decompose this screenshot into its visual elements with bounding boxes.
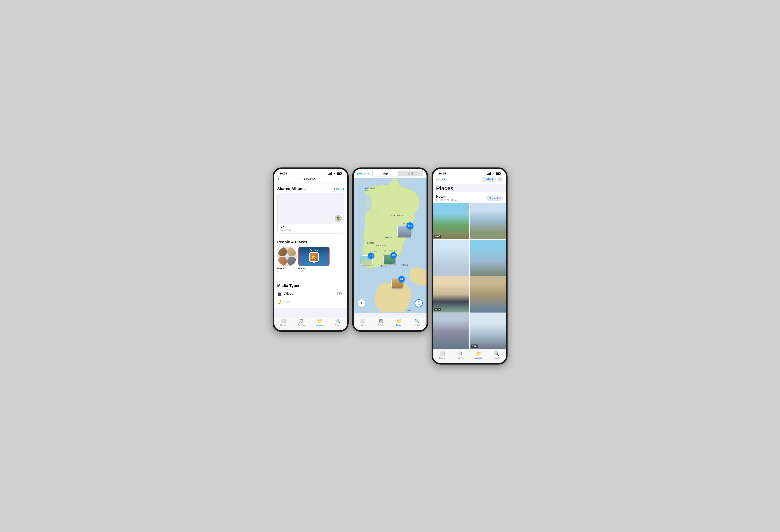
back-chevron-icon-3: ‹: [436, 177, 438, 182]
tab-search-1[interactable]: 🔍 Search: [329, 319, 347, 326]
tab-albums-1[interactable]: 📁 Albums: [311, 319, 329, 326]
places-label: Places: [298, 267, 306, 270]
photo-3[interactable]: [433, 240, 469, 276]
people-tile-wrapper[interactable]: People 4: [277, 247, 297, 273]
wifi-icon-1: ▲: [333, 172, 336, 175]
select-button[interactable]: Select: [482, 177, 496, 182]
label-paris: • Paris: [371, 250, 377, 252]
tab-bar-1: ⬜ Library 🖼 For You 📁 Albums 🔍 Search: [274, 317, 347, 330]
library-label-3: Library: [439, 357, 445, 359]
shared-album-leo[interactable]: 🧑‍🎨 Leo From You: [277, 193, 344, 234]
back-to-albums[interactable]: ‹ Albums: [357, 172, 370, 176]
photo-8[interactable]: 0:16: [470, 313, 506, 349]
foryou-icon-2: 🖼: [379, 319, 383, 324]
location-button[interactable]: ⬆: [357, 299, 365, 307]
label-brussels: • Brussels: [376, 244, 386, 247]
legal-text[interactable]: Legal: [406, 309, 411, 311]
info-button[interactable]: ⓘ: [415, 299, 423, 307]
places-tile[interactable]: Odesa 👶: [298, 247, 330, 266]
people-tile[interactable]: [277, 247, 297, 266]
places-map-bg: Odesa 👶: [299, 247, 329, 266]
albums-content: Shared Albums See All 🧑‍🎨 Leo From You: [274, 184, 347, 317]
search-icon-3: 🔍: [494, 351, 499, 356]
search-label-1: Search: [335, 324, 341, 326]
cluster-169-highlighted[interactable]: 169: [383, 254, 396, 265]
label-stockholm: • Stockholm: [391, 214, 403, 216]
tab-library-3[interactable]: ⬜ Library: [433, 351, 451, 359]
signal-icon-3: [487, 172, 491, 175]
tab-albums-2[interactable]: 📁 Albums: [390, 319, 408, 326]
back-button[interactable]: ‹ Back: [436, 177, 446, 182]
photo-6[interactable]: [470, 276, 506, 312]
library-label-2: Library: [360, 324, 366, 326]
screenshots-container: 16:54 ▲ + Albums Shared Albums: [273, 167, 507, 365]
tab-search-3[interactable]: 🔍 Search: [488, 351, 506, 359]
videos-icon: 🎬: [277, 292, 282, 296]
photo-5[interactable]: 0:33: [433, 276, 469, 312]
photo-4[interactable]: [470, 240, 506, 276]
kotor-subtitle: 25 Jul 2021 · Kotor: [436, 199, 457, 201]
media-types-title: Media Types: [277, 284, 300, 288]
shared-albums-see-all[interactable]: See All: [334, 187, 344, 191]
selfies-name: Selfie...: [284, 300, 344, 304]
cluster-130[interactable]: 130: [391, 279, 403, 288]
library-label: Library: [280, 324, 286, 326]
places-tile-wrapper[interactable]: Odesa 👶 Places 1 382: [298, 247, 330, 273]
ellipsis-button[interactable]: •••: [497, 177, 503, 182]
phone-3-places: 16:55 ▲ ‹ Back Select •••: [432, 167, 507, 365]
nav-bar-places: ‹ Back Select •••: [433, 176, 506, 184]
cluster-902[interactable]: 902: [397, 225, 412, 237]
show-all-button[interactable]: Show All: [486, 195, 503, 201]
photo-1[interactable]: 0:07: [433, 203, 469, 239]
places-title: Places: [433, 184, 506, 192]
status-bar-1: 16:54 ▲: [274, 169, 347, 176]
tab-library-2[interactable]: ⬜ Library: [354, 319, 372, 326]
photo-7[interactable]: [433, 313, 469, 349]
label-london: • London: [366, 242, 375, 244]
kotor-title[interactable]: Kotor ›: [436, 195, 457, 199]
badge-169: 169: [390, 252, 397, 258]
foryou-icon-3: 🖼: [458, 351, 462, 356]
tab-bar-3: ⬜ Library 🖼 For You 📁 Albums 🔍 Search: [433, 349, 506, 363]
people-places-header: People & Places: [274, 237, 347, 246]
search-icon-1: 🔍: [335, 319, 340, 324]
tab-foryou-2[interactable]: 🖼 For You: [372, 319, 390, 326]
badge-181: 181: [368, 252, 374, 259]
label-istanbul: • Istanbul: [399, 264, 408, 266]
videos-row[interactable]: 🎬 Videos 330 ›: [274, 290, 347, 298]
selfies-row[interactable]: 🤳 Selfie...: [274, 298, 347, 306]
face-3: [278, 257, 287, 266]
battery-icon-3: [496, 172, 500, 175]
chevron-right-icon: ›: [343, 292, 344, 295]
foryou-label-3: For You: [457, 357, 464, 359]
tab-search-2[interactable]: 🔍 Search: [408, 319, 427, 326]
tab-foryou-3[interactable]: 🖼 For You: [451, 351, 470, 359]
map-toggle-grid[interactable]: Grid: [398, 171, 423, 176]
kotor-section: Kotor › 25 Jul 2021 · Kotor Show All 0:0…: [433, 192, 506, 349]
map-pin: 👶: [309, 252, 319, 262]
photo-2[interactable]: [470, 203, 506, 239]
map-content: NorwegianSea • Stockholm • Moscow • Lond…: [354, 176, 427, 317]
tab-library-1[interactable]: ⬜ Library: [274, 319, 293, 326]
cluster-181[interactable]: 181: [361, 255, 373, 265]
people-places-section: People & Places People 4: [274, 237, 347, 276]
battery-icon-1: [337, 172, 342, 175]
tab-foryou-1[interactable]: 🖼 For You: [292, 319, 311, 326]
map-grid-toggle: Map Grid: [372, 171, 424, 177]
videos-count: 330: [337, 292, 342, 295]
shared-album-info: Leo From You: [278, 224, 344, 234]
albums-label-2: Albums: [396, 324, 402, 326]
foryou-label-2: For You: [378, 324, 384, 326]
photos-grid: 0:07 0:33 0:1: [433, 203, 506, 349]
albums-icon-2: 📁: [396, 319, 402, 324]
nav-bar-albums: + Albums: [274, 176, 347, 184]
label-norwegian-sea: NorwegianSea: [364, 187, 375, 191]
add-album-button[interactable]: +: [277, 177, 280, 182]
tab-bar-2: ⬜ Library 🖼 For You 📁 Albums 🔍 Search: [354, 317, 427, 330]
albums-icon-3: 📁: [476, 351, 481, 356]
foryou-icon: 🖼: [299, 319, 304, 324]
tab-albums-3[interactable]: 📁 Albums: [470, 351, 488, 359]
shared-album-from: From You: [280, 229, 341, 232]
wifi-icon-3: ▲: [492, 172, 494, 175]
map-toggle-map[interactable]: Map: [373, 171, 398, 176]
